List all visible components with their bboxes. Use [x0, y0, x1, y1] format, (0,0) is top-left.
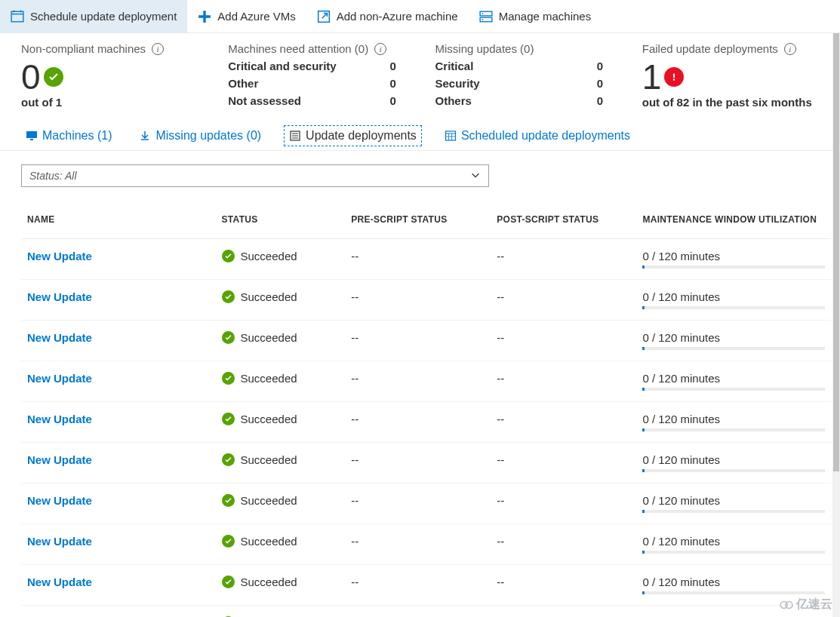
svg-rect-10 — [26, 131, 37, 138]
deployment-name-link[interactable]: New Update — [27, 576, 92, 588]
stat-val: 0 — [597, 94, 612, 107]
command-bar: Schedule update deployment Add Azure VMs… — [0, 0, 840, 33]
server-icon — [479, 10, 493, 23]
watermark: 亿速云 — [780, 597, 832, 612]
pre-script-status: -- — [345, 321, 491, 361]
success-icon — [222, 250, 235, 262]
svg-rect-16 — [445, 131, 455, 140]
maintenance-cell: 0 / 120 minutes — [642, 250, 825, 269]
tab-missing-updates[interactable]: Missing updates (0) — [134, 125, 266, 146]
progress-bar — [642, 266, 825, 269]
col-status[interactable]: STATUS — [216, 207, 346, 239]
label-text: Failed update deployments — [642, 42, 778, 55]
table-row[interactable]: New Update Succeeded -- -- 0 / 120 minut… — [21, 483, 831, 524]
status-text: Succeeded — [241, 290, 297, 303]
success-icon — [222, 535, 235, 548]
pre-script-status: -- — [345, 606, 491, 618]
post-script-status: -- — [491, 321, 636, 361]
vertical-scrollbar[interactable] — [832, 33, 840, 617]
col-pre[interactable]: PRE-SCRIPT STATUS — [345, 207, 491, 239]
stat-val: 0 — [390, 77, 405, 90]
maintenance-cell: 0 / 120 minutes — [642, 413, 825, 431]
deployment-name-link[interactable]: New Update — [27, 535, 92, 548]
progress-bar — [642, 510, 825, 513]
deployment-name-link[interactable]: New Update — [27, 331, 92, 344]
table-row[interactable]: New Update Succeeded -- -- 0 / 120 minut… — [21, 280, 831, 321]
table-row[interactable]: New Update Succeeded -- -- 0 / 120 minut… — [21, 361, 831, 402]
card-label: Machines need attention (0) i — [228, 42, 405, 55]
manage-machines-button[interactable]: Manage machines — [469, 0, 602, 33]
svg-rect-0 — [11, 11, 23, 22]
table-row[interactable]: New Update Succeeded -- -- 0 / 120 minut… — [21, 402, 831, 443]
calendar-grid-icon — [445, 130, 457, 142]
status-cell: Succeeded — [222, 331, 340, 344]
deployment-name-link[interactable]: New Update — [27, 290, 92, 303]
toolbar-label: Manage machines — [499, 10, 592, 23]
deployment-name-link[interactable]: New Update — [27, 250, 92, 262]
status-cell: Succeeded — [222, 535, 340, 548]
card-value-row: 1 — [642, 60, 819, 94]
status-text: Succeeded — [241, 250, 297, 262]
plus-icon — [198, 10, 211, 23]
stat-grid: Critical 0 Security 0 Others 0 — [435, 60, 612, 107]
stat-val: 0 — [597, 77, 612, 90]
table-row[interactable]: New Update Succeeded -- -- 0 / 120 minut… — [21, 606, 831, 618]
deployment-name-link[interactable]: New Update — [27, 372, 92, 385]
col-maint[interactable]: MAINTENANCE WINDOW UTILIZATION — [636, 207, 831, 239]
svg-point-9 — [673, 78, 675, 80]
stat-grid: Critical and security 0 Other 0 Not asse… — [228, 60, 405, 107]
tab-update-deployments[interactable]: Update deployments — [284, 125, 422, 146]
deployment-name-link[interactable]: New Update — [27, 453, 92, 466]
info-icon[interactable]: i — [784, 43, 796, 55]
card-label: Missing updates (0) — [435, 42, 612, 55]
table-row[interactable]: New Update Succeeded -- -- 0 / 120 minut… — [21, 239, 831, 280]
card-count: 0 — [21, 60, 41, 94]
card-count: 1 — [642, 60, 662, 94]
tab-machines[interactable]: Machines (1) — [21, 125, 116, 146]
add-non-azure-machine-button[interactable]: Add non-Azure machine — [306, 0, 469, 33]
table-row[interactable]: New Update Succeeded -- -- 0 / 120 minut… — [21, 524, 831, 565]
stat-label: Critical — [435, 60, 582, 72]
svg-rect-11 — [30, 139, 33, 140]
success-icon — [222, 331, 235, 344]
stat-val: 0 — [597, 60, 612, 72]
maintenance-cell: 0 / 120 minutes — [642, 576, 825, 594]
missing-updates-card: Missing updates (0) Critical 0 Security … — [435, 42, 612, 109]
pre-script-status: -- — [345, 524, 491, 565]
table-row[interactable]: New Update Succeeded -- -- 0 / 120 minut… — [21, 565, 831, 606]
monitor-icon — [26, 130, 38, 142]
tab-label: Scheduled update deployments — [461, 129, 630, 143]
deployment-name-link[interactable]: New Update — [27, 413, 92, 425]
post-script-status: -- — [491, 565, 636, 606]
maintenance-text: 0 / 120 minutes — [642, 453, 825, 466]
status-cell: Succeeded — [222, 453, 340, 466]
info-icon[interactable]: i — [152, 43, 164, 55]
svg-point-7 — [482, 13, 483, 14]
tab-scheduled-deployments[interactable]: Scheduled update deployments — [440, 125, 635, 146]
progress-fill — [642, 388, 645, 391]
deployment-name-link[interactable]: New Update — [27, 494, 92, 507]
pre-script-status: -- — [345, 443, 491, 483]
col-name[interactable]: NAME — [21, 207, 216, 239]
table-row[interactable]: New Update Succeeded -- -- 0 / 120 minut… — [21, 321, 831, 361]
status-filter-dropdown[interactable]: Status: All — [21, 164, 489, 187]
col-post[interactable]: POST-SCRIPT STATUS — [491, 207, 636, 239]
progress-fill — [642, 510, 645, 513]
info-icon[interactable]: i — [374, 43, 386, 55]
filter-row: Status: All — [0, 151, 840, 192]
progress-fill — [642, 591, 645, 594]
toolbar-label: Add non-Azure machine — [337, 10, 458, 23]
external-link-icon — [317, 10, 331, 23]
progress-fill — [642, 469, 645, 472]
maintenance-cell: 0 / 120 minutes — [642, 331, 825, 350]
chevron-down-icon — [470, 170, 481, 183]
progress-fill — [642, 266, 645, 269]
post-script-status: -- — [491, 280, 636, 321]
tabs: Machines (1) Missing updates (0) Update … — [0, 121, 840, 151]
add-azure-vms-button[interactable]: Add Azure VMs — [187, 0, 306, 33]
schedule-update-deployment-button[interactable]: Schedule update deployment — [0, 0, 187, 33]
progress-bar — [642, 428, 825, 431]
scrollbar-thumb[interactable] — [833, 33, 839, 471]
post-script-status: -- — [491, 443, 636, 483]
table-row[interactable]: New Update Succeeded -- -- 0 / 120 minut… — [21, 443, 831, 483]
